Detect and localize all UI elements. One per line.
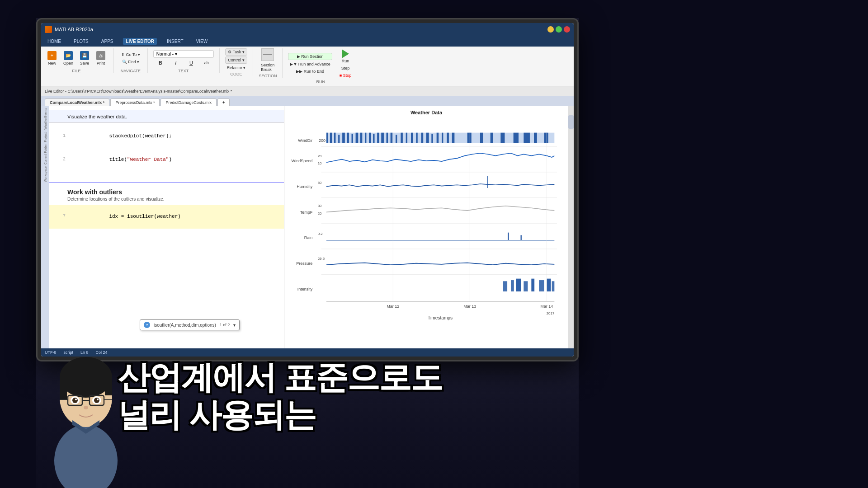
section-group-label: SECTION — [259, 74, 277, 78]
navigate-group-label: NAVIGATE — [121, 69, 141, 73]
svg-text:200: 200 — [319, 138, 326, 143]
autocomplete-count: 1 of 2 — [220, 323, 230, 327]
step-button[interactable]: Step — [338, 65, 353, 71]
menu-live-editor[interactable]: LIVE EDITOR — [123, 38, 157, 45]
stop-button[interactable]: ■ Stop — [338, 72, 353, 79]
run-advance-button[interactable]: ▶▼ Run and Advance — [288, 61, 332, 67]
chart-title: Weather Data — [288, 110, 565, 115]
svg-rect-21 — [406, 133, 407, 143]
refactor-button[interactable]: Refactor ▾ — [225, 65, 248, 71]
underline-button[interactable]: U — [184, 59, 198, 66]
svg-rect-15 — [377, 133, 379, 143]
save-button[interactable]: 💾 Save — [77, 50, 92, 66]
minimize-button[interactable] — [547, 26, 554, 33]
menu-insert[interactable]: INSERT — [164, 38, 186, 45]
section1-title: Visualize the weather data. — [67, 114, 127, 119]
run-section-button[interactable]: ▶ Run Section — [288, 53, 332, 60]
svg-rect-32 — [480, 133, 483, 143]
tab-predict-damage-costs[interactable]: PredictDamageCosts.mlx — [160, 99, 217, 106]
vertical-scrollbar[interactable] — [568, 106, 574, 348]
italic-button[interactable]: I — [169, 59, 183, 66]
close-button[interactable] — [564, 26, 570, 33]
svg-rect-12 — [365, 133, 366, 143]
control-button[interactable]: Control ▾ — [225, 56, 248, 64]
svg-rect-38 — [544, 133, 548, 143]
svg-rect-56 — [503, 281, 507, 291]
run-to-end-button[interactable]: ▶▶ Run to End — [288, 68, 332, 75]
autocomplete-popup[interactable]: ? isoutlier(A,method,dim,options) 1 of 2… — [140, 319, 240, 330]
print-button[interactable]: 🖨 Print — [94, 50, 108, 66]
code-line-2: 2title("Weather Data") — [49, 148, 284, 172]
tab-compare-local-weather[interactable]: CompareLocalWeather.mlx * — [45, 99, 109, 106]
autocomplete-text: isoutlier(A,method,dim,options) — [154, 323, 216, 328]
subtitle-line1: 산업계에서 표준으로도 — [118, 359, 442, 396]
ribbon-text-group: Normal - ▾ B I U ab TEXT — [153, 48, 220, 73]
menu-apps[interactable]: APPS — [99, 38, 116, 45]
svg-rect-30 — [452, 133, 455, 143]
text-style-dropdown[interactable]: Normal - ▾ — [153, 50, 214, 58]
window-title: MATLAB R2020a — [55, 27, 93, 32]
text-group-label: TEXT — [178, 69, 189, 73]
tab-preprocess-data[interactable]: PreprocessData.mlx * — [110, 99, 160, 106]
toolbar-area: Live Editor - C:\Users\TPICKER\Downloads… — [41, 86, 574, 96]
ribbon-code-buttons: ⚙ Task ▾ Control ▾ Refactor ▾ — [225, 48, 248, 71]
laptop-screen: MATLAB R2020a HOME PLOTS APPS LIVE EDITO… — [41, 23, 574, 357]
window-controls — [547, 26, 570, 33]
print-icon: 🖨 — [96, 51, 105, 60]
scrollbar-thumb[interactable] — [568, 115, 574, 129]
svg-text:WindSpeed: WindSpeed — [292, 159, 313, 163]
svg-rect-61 — [539, 280, 544, 291]
open-icon: 📂 — [64, 51, 73, 60]
svg-point-92 — [72, 398, 78, 403]
strikethrough-button[interactable]: ab — [199, 59, 214, 66]
svg-rect-3 — [326, 133, 328, 143]
add-tab-button[interactable]: + — [217, 99, 230, 106]
autocomplete-arrow-icon[interactable]: ▾ — [233, 323, 236, 328]
section-divider — [49, 176, 284, 183]
svg-rect-37 — [534, 133, 537, 143]
ribbon-code-group: ⚙ Task ▾ Control ▾ Refactor ▾ CODE — [225, 48, 254, 76]
svg-point-95 — [97, 399, 99, 400]
menu-plots[interactable]: PLOTS — [71, 38, 91, 45]
menu-view[interactable]: VIEW — [193, 38, 211, 45]
subtitle-line2: 널리 사용되는 — [118, 396, 442, 434]
svg-text:50: 50 — [318, 181, 322, 185]
svg-text:Mar 14: Mar 14 — [540, 304, 553, 309]
section-break-button[interactable]: SectionBreak — [259, 62, 276, 73]
ribbon-text-buttons: Normal - ▾ B I U ab — [153, 48, 214, 68]
svg-rect-62 — [547, 279, 551, 291]
bold-button[interactable]: B — [153, 59, 168, 66]
svg-text:TempF: TempF — [300, 210, 313, 215]
project-sidebar-label: Project - WeatherEvents — [44, 108, 47, 142]
svg-rect-26 — [431, 134, 433, 143]
chart-container: WindDir 200 — [288, 117, 565, 343]
goto-button[interactable]: ⬆ Go To ▾ — [119, 52, 142, 58]
section2-title: Work with outliers — [67, 188, 280, 196]
find-button[interactable]: 🔍 Find ▾ — [119, 59, 142, 65]
svg-point-79 — [54, 425, 118, 488]
code-line-3: 7idx = isoutlier(weather) — [49, 205, 284, 229]
autocomplete-help-icon: ? — [144, 322, 150, 328]
task-button[interactable]: ⚙ Task ▾ — [225, 48, 248, 56]
subtitle-overlay: 산업계에서 표준으로도 널리 사용되는 — [118, 359, 442, 434]
weather-chart: WindDir 200 — [288, 117, 565, 343]
open-button[interactable]: 📂 Open — [61, 50, 75, 66]
svg-rect-57 — [511, 280, 514, 291]
svg-text:10: 10 — [318, 161, 322, 165]
svg-rect-63 — [552, 281, 555, 291]
section2-header: Work with outliers — [49, 187, 284, 197]
maximize-button[interactable] — [556, 26, 562, 33]
bg-top — [0, 0, 868, 18]
svg-rect-16 — [381, 133, 384, 143]
ribbon-navigate-buttons: ⬆ Go To ▾ 🔍 Find ▾ — [119, 48, 142, 68]
run-group-label: RUN — [316, 80, 326, 84]
code-group-label: CODE — [231, 72, 242, 76]
current-folder-label: Current Folder — [44, 144, 47, 164]
menu-home[interactable]: HOME — [45, 38, 64, 45]
run-button[interactable]: Run — [339, 48, 352, 64]
new-button[interactable]: + New — [45, 50, 59, 66]
ribbon-file-group: + New 📂 Open 💾 Save 🖨 — [45, 48, 114, 73]
svg-text:Humidity: Humidity — [297, 184, 313, 189]
matlab-window: MATLAB R2020a HOME PLOTS APPS LIVE EDITO… — [41, 23, 574, 357]
svg-rect-9 — [352, 134, 353, 143]
